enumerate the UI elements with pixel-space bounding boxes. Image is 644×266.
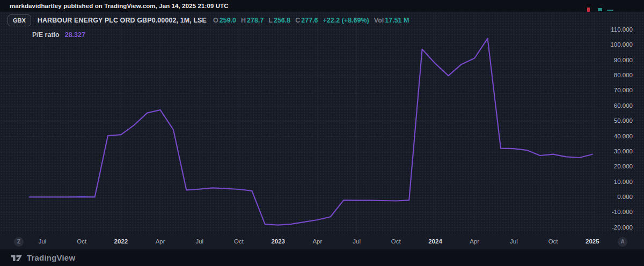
price-scale-label: 60.000 (614, 102, 633, 109)
volume-segment: Vol 17.51 M (374, 17, 409, 24)
ohlc-values: O259.0H278.7L256.8C277.6 +22.2 (+8.69%) … (213, 17, 409, 24)
ohlc-o: O259.0 (213, 17, 236, 24)
time-scale-label: Jul (188, 238, 211, 245)
price-scale-label: 50.000 (614, 117, 633, 124)
time-scale-label: 2024 (423, 238, 447, 245)
price-scale-label: -20.000 (612, 224, 633, 231)
time-scale-label: Jul (31, 238, 54, 245)
publish-attribution-bar: markdavidhartley published on TradingVie… (0, 0, 644, 12)
time-scale-label: Apr (463, 238, 486, 245)
footer-brand-link[interactable]: TradingView (27, 253, 75, 262)
mini-candle (587, 8, 590, 12)
price-scale-label: 100.000 (610, 41, 633, 48)
symbol-row: GBX HARBOUR ENERGY PLC ORD GBP0.00002, 1… (8, 14, 409, 26)
volume-value: 17.51 M (385, 17, 409, 24)
publish-attribution-text: markdavidhartley published on TradingVie… (10, 3, 229, 9)
time-scale-label: 2025 (581, 238, 604, 245)
scale-hint-a: A (618, 237, 627, 247)
indicator-label: P/E ratio (32, 31, 60, 39)
time-scale-label: Jul (502, 238, 525, 245)
price-scale: 110.000100.00090.00080.00070.00060.00050… (596, 12, 644, 234)
pe-ratio-series-line (30, 39, 592, 225)
time-scale-label: Oct (70, 238, 93, 245)
ohlc-c: C277.6 (295, 17, 318, 24)
price-scale-label: 80.000 (614, 72, 633, 78)
chart-legend: GBX HARBOUR ENERGY PLC ORD GBP0.00002, 1… (8, 14, 409, 39)
indicator-row: P/E ratio 28.327 (8, 31, 409, 39)
change-value: +22.2 (+8.69%) (323, 17, 369, 24)
time-scale-label: Oct (541, 238, 565, 245)
price-scale-label: -10.000 (612, 209, 633, 215)
currency-unit-button[interactable]: GBX (8, 14, 31, 26)
indicator-last-value: 28.327 (65, 31, 85, 39)
mini-candle (598, 8, 602, 11)
pe-ratio-line-chart (0, 12, 644, 234)
price-scale-label: 30.000 (614, 148, 633, 154)
price-scale-label: 40.000 (614, 133, 633, 139)
ohlc-h: H278.7 (241, 17, 264, 24)
time-scale-label: 2022 (109, 238, 133, 245)
tradingview-logo-icon (11, 253, 23, 263)
time-scale: Z A JulOct2022AprJulOct2023AprJulOct2024… (0, 234, 644, 249)
time-scale-label: Oct (384, 238, 408, 245)
price-scale-label: 110.000 (611, 26, 633, 33)
volume-label: Vol (374, 17, 384, 24)
ohlc-container: O259.0H278.7L256.8C277.6 (213, 17, 318, 24)
footer-bar: TradingView (0, 249, 644, 266)
price-scale-label: 90.000 (614, 57, 633, 63)
chart-panel[interactable]: GBX HARBOUR ENERGY PLC ORD GBP0.00002, 1… (0, 12, 644, 234)
time-scale-label: Oct (227, 238, 251, 245)
time-scale-label: 2023 (266, 238, 290, 245)
price-scale-label: 70.000 (614, 87, 633, 93)
price-scale-label: 0.000 (617, 194, 633, 200)
time-scale-label: Apr (149, 238, 172, 245)
time-scale-label: Jul (345, 238, 369, 245)
mini-candle (607, 10, 613, 11)
tradingview-snapshot: markdavidhartley published on TradingVie… (0, 0, 644, 266)
ohlc-l: L256.8 (268, 17, 290, 24)
scale-hint-z: Z (14, 237, 24, 247)
symbol-title: HARBOUR ENERGY PLC ORD GBP0.00002, 1M, L… (38, 17, 207, 24)
price-scale-label: 20.000 (614, 163, 633, 169)
time-scale-label: Apr (305, 238, 329, 245)
price-scale-label: 10.000 (614, 179, 633, 185)
